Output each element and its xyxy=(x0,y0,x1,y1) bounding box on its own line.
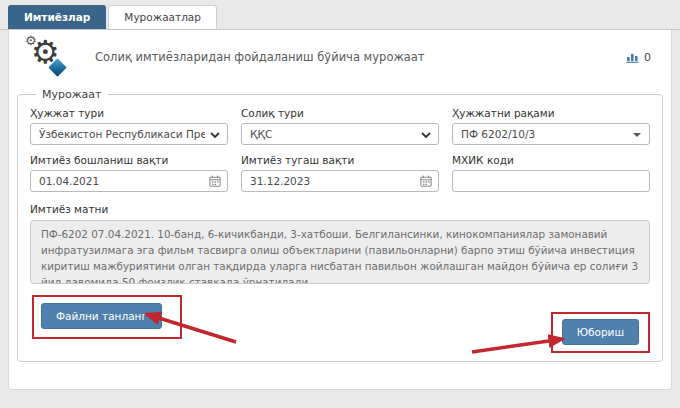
doc-type-value: Ўзбекистон Республикаси Президенти фа xyxy=(39,128,205,140)
annotation-box-submit: Юбориш xyxy=(551,312,650,353)
benefit-text-label: Имтиёз матни xyxy=(30,203,650,215)
field-end-date: Имтиёз тугаш вақти xyxy=(241,154,439,192)
form-row-1: Ҳужжат тури Ўзбекистон Республикаси През… xyxy=(30,107,650,145)
calendar-icon[interactable] xyxy=(209,175,221,187)
submit-button[interactable]: Юбориш xyxy=(562,319,639,345)
form-row-2: Имтиёз бошланиш вақти xyxy=(30,154,650,192)
page-title: Солиқ имтиёзларидан фойдаланиш бўйича му… xyxy=(95,50,425,64)
field-mxik: МХИК коди xyxy=(452,154,650,192)
annotation-box-file: Файлни танланг xyxy=(32,295,182,339)
tab-murojaatlar[interactable]: Мурожаатлар xyxy=(108,5,217,30)
doc-type-select[interactable]: Ўзбекистон Республикаси Президенти фа xyxy=(30,123,228,145)
doc-number-select[interactable]: ПФ 6202/10/3 xyxy=(452,123,650,145)
end-date-input[interactable] xyxy=(241,170,439,192)
caret-down-icon xyxy=(633,133,641,137)
tab-imtiyozlar[interactable]: Имтиёзлар xyxy=(8,5,106,30)
doc-number-label: Ҳужжатни рақами xyxy=(452,107,650,119)
panel-header: ⚙ ⚙ Солиқ имтиёзларидан фойдаланиш бўйич… xyxy=(9,30,671,84)
tax-type-select[interactable]: ҚҚС xyxy=(241,123,439,145)
counter-value: 0 xyxy=(644,51,651,64)
tab-bar: Имтиёзлар Мурожаатлар xyxy=(0,0,680,30)
gears-icon: ⚙ ⚙ xyxy=(23,34,73,80)
fieldset-legend: Мурожаат xyxy=(36,88,108,101)
doc-number-value: ПФ 6202/10/3 xyxy=(461,128,535,140)
main-panel: ⚙ ⚙ Солиқ имтиёзларидан фойдаланиш бўйич… xyxy=(8,30,672,390)
tax-type-label: Солиқ тури xyxy=(241,107,439,119)
tax-type-value: ҚҚС xyxy=(250,128,272,140)
end-date-label: Имтиёз тугаш вақти xyxy=(241,154,439,166)
doc-type-label: Ҳужжат тури xyxy=(30,107,228,119)
chevron-down-icon xyxy=(421,132,431,138)
choose-file-button[interactable]: Файлни танланг xyxy=(41,303,162,329)
bar-chart-icon xyxy=(626,51,640,63)
stats-counter[interactable]: 0 xyxy=(626,51,651,64)
benefit-text-area[interactable]: ПФ-6202 07.04.2021. 10-банд, 6-кичикбанд… xyxy=(30,220,650,284)
chevron-down-icon xyxy=(210,132,220,138)
field-tax-type: Солиқ тури ҚҚС xyxy=(241,107,439,145)
mxik-label: МХИК коди xyxy=(452,154,650,166)
start-date-input[interactable] xyxy=(30,170,228,192)
start-date-label: Имтиёз бошланиш вақти xyxy=(30,154,228,166)
field-doc-number: Ҳужжатни рақами ПФ 6202/10/3 xyxy=(452,107,650,145)
murojaat-fieldset: Мурожаат Ҳужжат тури Ўзбекистон Республи… xyxy=(17,88,663,362)
calendar-icon[interactable] xyxy=(420,175,432,187)
mxik-input[interactable] xyxy=(452,170,650,192)
field-start-date: Имтиёз бошланиш вақти xyxy=(30,154,228,192)
field-doc-type: Ҳужжат тури Ўзбекистон Республикаси През… xyxy=(30,107,228,145)
